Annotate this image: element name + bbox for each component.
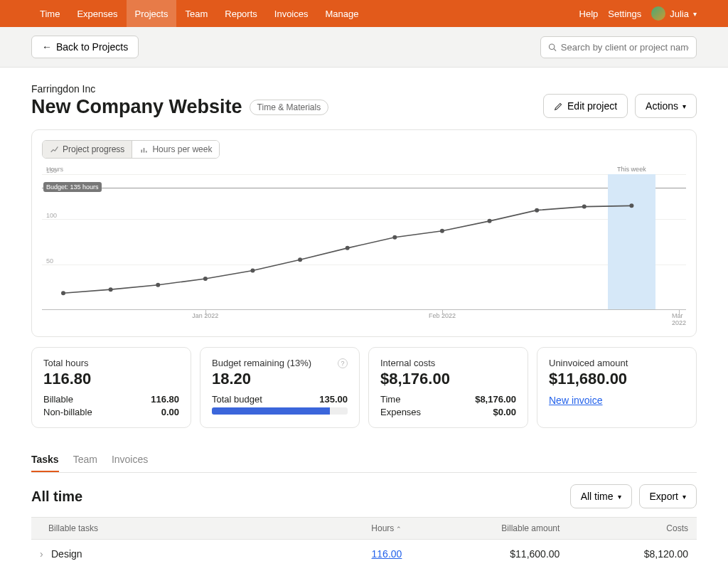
nav-reports[interactable]: Reports <box>216 0 266 27</box>
card-value: $11,680.00 <box>549 370 685 388</box>
nav-manage[interactable]: Manage <box>317 0 368 27</box>
task-costs: $8,120.00 <box>568 540 697 567</box>
nav-team[interactable]: Team <box>176 0 216 27</box>
toggle-hours-label: Hours per week <box>152 144 212 154</box>
export-label: Export <box>650 491 678 502</box>
settings-link[interactable]: Settings <box>608 9 641 19</box>
task-hours-link[interactable]: 116.00 <box>372 548 402 560</box>
top-nav: Time Expenses Projects Team Reports Invo… <box>0 0 728 27</box>
bar-chart-icon <box>139 145 149 154</box>
card-total-hours: Total hours 116.80 Billable116.80 Non-bi… <box>31 347 191 428</box>
export-button[interactable]: Export ▾ <box>639 484 697 508</box>
card-label: Uninvoiced amount <box>549 358 685 368</box>
user-name: Julia <box>670 9 689 19</box>
search-icon <box>548 43 557 52</box>
card-label: Total hours <box>43 358 179 368</box>
top-nav-left: Time Expenses Projects Team Reports Invo… <box>31 0 367 27</box>
svg-point-8 <box>203 277 208 281</box>
svg-rect-2 <box>141 149 143 152</box>
col-billable-amount[interactable]: Billable amount <box>410 518 568 540</box>
total-budget-value: 135.00 <box>319 394 348 405</box>
tab-hours-per-week[interactable]: Hours per week <box>132 141 219 158</box>
stat-cards: Total hours 116.80 Billable116.80 Non-bi… <box>31 347 697 428</box>
line-plot <box>42 167 686 324</box>
tab-tasks[interactable]: Tasks <box>31 448 59 472</box>
nonbillable-value: 0.00 <box>161 407 179 417</box>
nonbillable-label: Non-billable <box>43 407 92 417</box>
card-budget-remaining: Budget remaining (13%)? 18.20 Total budg… <box>200 347 360 428</box>
actions-button[interactable]: Actions ▾ <box>635 94 697 118</box>
svg-point-15 <box>535 208 539 213</box>
card-uninvoiced: Uninvoiced amount $11,680.00 New invoice <box>537 347 697 428</box>
billing-type-pill: Time & Materials <box>250 100 329 115</box>
sort-asc-icon: ⌃ <box>396 525 402 533</box>
section-title: All time <box>31 488 82 505</box>
card-label: Internal costs <box>380 358 516 368</box>
client-name: Farringdon Inc <box>31 83 328 95</box>
nav-time[interactable]: Time <box>31 0 68 27</box>
budget-progress-fill <box>212 407 330 415</box>
search-input[interactable] <box>561 42 689 53</box>
svg-point-13 <box>440 229 444 233</box>
card-value: 18.20 <box>212 370 348 388</box>
tasks-table: Billable tasks Hours⌃ Billable amount Co… <box>31 517 697 566</box>
edit-project-label: Edit project <box>567 100 617 112</box>
svg-point-5 <box>61 291 65 295</box>
billable-label: Billable <box>43 394 73 405</box>
col-hours[interactable]: Hours⌃ <box>311 518 410 540</box>
chart-toggle-group: Project progress Hours per week <box>42 140 220 159</box>
time-label: Time <box>380 394 400 405</box>
svg-point-6 <box>109 287 113 292</box>
svg-point-10 <box>298 257 302 262</box>
edit-project-button[interactable]: Edit project <box>543 94 628 118</box>
nav-projects[interactable]: Projects <box>127 0 177 27</box>
svg-rect-3 <box>144 148 145 153</box>
time-value: $8,176.00 <box>475 394 516 405</box>
nav-expenses[interactable]: Expenses <box>68 0 126 27</box>
nav-invoices[interactable]: Invoices <box>266 0 317 27</box>
avatar <box>651 6 665 21</box>
svg-rect-4 <box>146 151 147 152</box>
page-header: Farringdon Inc New Company Website Time … <box>31 83 697 118</box>
tab-invoices[interactable]: Invoices <box>112 448 148 472</box>
task-name: Design <box>51 548 82 560</box>
pencil-icon <box>554 102 563 111</box>
top-nav-right: Help Settings Julia ▾ <box>579 6 697 21</box>
actions-label: Actions <box>646 100 678 112</box>
all-time-filter-button[interactable]: All time ▾ <box>570 484 632 508</box>
card-internal-costs: Internal costs $8,176.00 Time$8,176.00 E… <box>368 347 528 428</box>
svg-point-9 <box>250 269 255 273</box>
arrow-left-icon: ← <box>42 41 52 53</box>
billable-value: 116.80 <box>151 394 179 405</box>
card-value: $8,176.00 <box>380 370 516 388</box>
svg-point-11 <box>346 246 350 250</box>
total-budget-label: Total budget <box>212 394 262 405</box>
project-title: New Company Website <box>31 96 242 118</box>
help-icon[interactable]: ? <box>338 358 348 368</box>
chevron-down-icon: ▾ <box>682 102 686 110</box>
back-to-projects-button[interactable]: ← Back to Projects <box>31 36 139 58</box>
svg-line-1 <box>554 48 556 50</box>
svg-point-7 <box>156 283 160 287</box>
tab-team[interactable]: Team <box>73 448 97 472</box>
svg-point-16 <box>582 205 587 209</box>
chevron-down-icon: ▾ <box>618 493 621 501</box>
chevron-down-icon: ▾ <box>682 493 686 501</box>
expenses-label: Expenses <box>380 407 421 417</box>
col-costs[interactable]: Costs <box>568 518 697 540</box>
toggle-progress-label: Project progress <box>63 144 124 154</box>
svg-point-14 <box>488 219 492 223</box>
user-menu[interactable]: Julia ▾ <box>651 6 697 21</box>
line-chart-icon <box>50 145 59 154</box>
new-invoice-link[interactable]: New invoice <box>549 395 602 406</box>
search-box[interactable] <box>540 36 697 58</box>
card-value: 116.80 <box>43 370 179 388</box>
sub-header: ← Back to Projects <box>0 27 728 68</box>
col-tasks[interactable]: Billable tasks <box>31 518 311 540</box>
card-label: Budget remaining (13%) <box>212 358 311 368</box>
svg-point-12 <box>392 235 397 240</box>
tab-project-progress[interactable]: Project progress <box>43 141 132 158</box>
svg-point-0 <box>549 44 554 49</box>
table-row[interactable]: ›Design116.00$11,600.00$8,120.00 <box>31 540 697 567</box>
help-link[interactable]: Help <box>579 9 599 19</box>
